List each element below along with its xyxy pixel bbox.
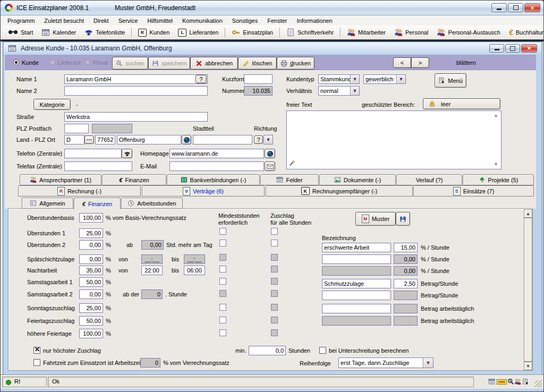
richtung-help-button[interactable]: ? (254, 135, 263, 144)
tab-projekte[interactable]: Projekte (5) (463, 174, 534, 185)
toolbar-kalender[interactable]: Kalender (37, 25, 80, 39)
sonntag-field[interactable] (79, 303, 103, 313)
samstag2-field[interactable] (79, 289, 103, 299)
richtung-dropdown-button[interactable]: ▼ (264, 135, 273, 144)
speichern-button[interactable]: speichern (148, 57, 190, 70)
toolbar-buchhaltung[interactable]: €Buchhaltung (505, 25, 544, 39)
plz-postfach-field[interactable] (64, 124, 89, 133)
scroll-down-icon[interactable]: ▼ (494, 161, 498, 167)
muster-button[interactable]: MMuster (355, 212, 396, 226)
scroll-up-icon[interactable]: ▲ (494, 113, 498, 118)
zuschlag-name-field[interactable] (322, 304, 391, 313)
mindest-checkbox[interactable] (219, 240, 226, 246)
suchen-button[interactable]: suchen (112, 57, 148, 70)
unterschreitung-checkbox[interactable] (319, 347, 326, 354)
ueberstundenbasis-field[interactable] (79, 213, 103, 223)
child-minimize-button[interactable] (489, 44, 504, 53)
telefon-field[interactable] (64, 149, 122, 158)
menu-direkt[interactable]: Direkt (89, 16, 114, 25)
menu-fenster[interactable]: Fenster (262, 16, 292, 25)
ueberstunden2-field[interactable] (79, 240, 103, 250)
toolbar-start[interactable]: Start (4, 25, 37, 39)
menu-informationen[interactable]: Informationen (292, 16, 337, 25)
radio-kunde[interactable] (13, 59, 19, 65)
mindest-checkbox[interactable] (219, 278, 226, 285)
homepage-open-button[interactable] (265, 149, 275, 158)
zuschlag-value-field[interactable] (394, 243, 418, 252)
drucken-button[interactable]: drucken (277, 57, 314, 70)
menue-button[interactable]: Menü (435, 73, 466, 88)
zuschlag-checkbox[interactable] (271, 228, 278, 235)
kundenart-select[interactable]: gewerblich (363, 74, 397, 84)
scrollbar-thumb[interactable] (524, 218, 532, 362)
child-maximize-button[interactable] (505, 44, 520, 53)
mindest-checkbox[interactable] (219, 266, 226, 272)
tab-rechnung[interactable]: RRechnung (-) (18, 185, 141, 197)
page-next-button[interactable]: > (411, 57, 429, 68)
min-stunden-field[interactable] (249, 346, 286, 355)
toolbar-telefonliste[interactable]: Telefonliste (80, 25, 129, 39)
telefax-field[interactable] (64, 161, 132, 171)
scrollbar-up-button[interactable]: ▲ (524, 209, 532, 218)
menu-hilfsmittel[interactable]: Hilfsmittel (142, 16, 177, 25)
spaetschicht-field[interactable] (79, 254, 103, 264)
page-prev-button[interactable]: < (393, 57, 411, 68)
toolbar-personal-austausch[interactable]: Personal-Austausch (432, 25, 504, 39)
strasse-field[interactable] (64, 112, 208, 122)
tab-arbeitsstunden[interactable]: Arbeitsstunden (121, 198, 183, 209)
kundentyp-dropdown-button[interactable]: ▼ (350, 74, 360, 84)
ueberstunden1-field[interactable] (79, 228, 103, 238)
close-button[interactable]: ✕ (524, 3, 540, 12)
land-picker-button[interactable]: ··· (84, 135, 94, 144)
name1-help-button[interactable]: ? (196, 75, 207, 83)
tab-finanzen-sub[interactable]: €Finanzen (74, 198, 121, 209)
samstag1-field[interactable] (79, 277, 103, 287)
toolbar-schriftverkehr[interactable]: Schriftverkehr (282, 25, 338, 39)
nur-hoechster-checkbox[interactable]: ✕ (33, 347, 40, 354)
zuschlag-value-field[interactable] (394, 279, 418, 288)
tab-vertraege[interactable]: VVerträge (6) (142, 185, 265, 197)
menu-service[interactable]: Service (114, 16, 143, 25)
tab-rechnungsempfaenger[interactable]: KRechnungsempfänger (-) (266, 185, 413, 197)
toolbar-mitarbeiter[interactable]: Mitarbeiter (343, 25, 390, 39)
verhaeltnis-dropdown-button[interactable]: ▼ (350, 86, 360, 96)
mindest-checkbox[interactable] (219, 304, 226, 311)
name1-field[interactable] (64, 74, 208, 84)
kurzform-field[interactable] (244, 74, 273, 84)
radio-privat[interactable] (84, 59, 90, 65)
hoehere-feiertage-field[interactable] (79, 329, 103, 338)
homepage-field[interactable] (169, 149, 264, 158)
kundentyp-select[interactable]: Stammkunde (318, 74, 351, 84)
status-menu-icon[interactable] (522, 378, 529, 385)
resize-grip[interactable] (535, 380, 542, 387)
tab-dokumente[interactable]: Dokumente (-) (319, 174, 396, 185)
menu-kommunikation[interactable]: Kommunikation (177, 16, 227, 25)
freier-text-area[interactable] (286, 110, 502, 169)
menu-sonstiges[interactable]: Sonstiges (227, 16, 262, 25)
status-calendar-icon[interactable] (488, 378, 495, 385)
ort-field[interactable] (117, 135, 181, 144)
toolbar-lieferanten[interactable]: LLieferanten (174, 25, 223, 39)
reihenfolge-select[interactable]: erst Tage, dann Zuschläge (338, 357, 423, 368)
zuschlag-name-field[interactable] (322, 243, 391, 252)
fahrtzeit-checkbox[interactable] (33, 359, 40, 366)
mindest-checkbox[interactable] (219, 329, 226, 336)
plz-field[interactable] (95, 135, 115, 144)
tab-bankverbindungen[interactable]: Bankverbindungen (-) (167, 174, 260, 185)
sms-icon[interactable]: SMS (497, 379, 507, 385)
tab-finanzen[interactable]: €Finanzen (102, 174, 166, 185)
zuschlag-checkbox[interactable] (271, 240, 278, 246)
reihenfolge-dropdown-button[interactable]: ▼ (423, 357, 434, 368)
zuschlag-name-field[interactable] (322, 279, 391, 288)
child-close-button[interactable]: ✕ (521, 44, 537, 53)
loeschen-button[interactable]: löschen (238, 57, 277, 70)
nachtarbeit-bis-field[interactable] (184, 266, 205, 275)
tab-allgemein[interactable]: Allgemein (22, 198, 73, 209)
abbrechen-button[interactable]: abbrechen (190, 57, 238, 70)
toolbar-kunden[interactable]: KKunden (134, 25, 174, 39)
mindest-checkbox[interactable] (219, 317, 226, 323)
mindest-checkbox[interactable] (219, 228, 226, 235)
muster-save-button[interactable] (396, 212, 410, 226)
email-send-button[interactable] (265, 161, 275, 171)
radio-lieferant[interactable] (49, 59, 55, 65)
